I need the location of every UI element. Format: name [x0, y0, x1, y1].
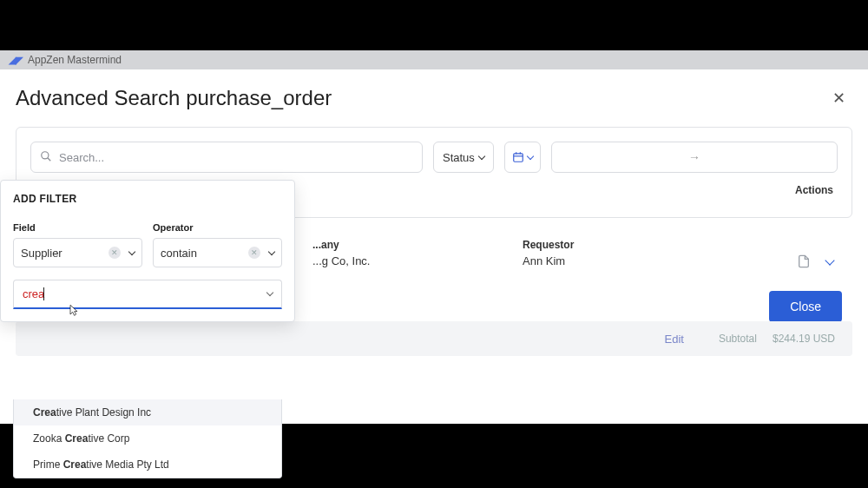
chevron-down-icon	[527, 152, 534, 159]
search-icon	[40, 150, 52, 165]
clear-icon[interactable]: ✕	[248, 247, 260, 259]
status-label: Status	[443, 151, 475, 164]
date-range-box[interactable]: →	[551, 142, 838, 173]
calendar-icon	[512, 151, 524, 163]
document-icon[interactable]	[797, 254, 811, 268]
requestor-label: Requestor	[523, 239, 574, 251]
field-label: Field	[13, 222, 142, 233]
chevron-down-icon[interactable]	[825, 255, 834, 265]
subtotal-label: Subtotal	[719, 333, 757, 345]
close-button[interactable]: Close	[769, 291, 842, 322]
svg-rect-2	[514, 154, 523, 162]
background-row: Edit Subtotal $244.19 USD	[16, 321, 852, 356]
app-topbar: ◢◤ AppZen Mastermind	[0, 50, 868, 69]
value-input[interactable]: crea	[13, 280, 282, 309]
field-select[interactable]: Supplier ✕	[13, 238, 142, 267]
status-dropdown[interactable]: Status	[433, 142, 494, 173]
brand-logo-icon: ◢◤	[9, 55, 23, 66]
operator-value: contain	[161, 247, 197, 260]
modal-title: Advanced Search purchase_order	[16, 86, 332, 110]
add-filter-popover: ADD FILTER Field Supplier ✕ Operator	[0, 180, 295, 322]
search-input[interactable]: Search...	[30, 142, 423, 173]
suggestion-list: Creative Plant Design Inc Zooka Creative…	[13, 399, 282, 478]
brand-name: AppZen Mastermind	[28, 54, 122, 66]
field-value: Supplier	[21, 247, 62, 260]
company-label: ...any	[312, 239, 370, 251]
suggestion-item[interactable]: Creative Plant Design Inc	[14, 399, 281, 425]
subtotal-amount: $244.19 USD	[773, 333, 835, 345]
chevron-down-icon	[128, 247, 135, 254]
chevron-down-icon	[266, 289, 273, 296]
clear-icon[interactable]: ✕	[108, 247, 121, 259]
edit-link[interactable]: Edit	[665, 333, 684, 346]
svg-point-0	[42, 151, 49, 158]
date-picker[interactable]	[504, 142, 541, 173]
suggestion-item[interactable]: Prime Creative Media Pty Ltd	[14, 452, 281, 478]
requestor-value: Ann Kim	[523, 254, 574, 267]
close-icon[interactable]: ✕	[825, 85, 852, 111]
popover-title: ADD FILTER	[13, 193, 282, 205]
operator-select[interactable]: contain ✕	[153, 238, 282, 267]
svg-line-1	[48, 157, 51, 161]
chevron-down-icon	[268, 247, 275, 254]
value-typed: crea	[23, 287, 44, 300]
company-value: ...g Co, Inc.	[312, 254, 370, 267]
suggestion-item[interactable]: Zooka Creative Corp	[14, 425, 281, 452]
arrow-right-icon: →	[688, 150, 700, 164]
actions-column-header: Actions	[795, 184, 833, 196]
operator-label: Operator	[153, 222, 282, 233]
search-placeholder: Search...	[59, 151, 104, 164]
chevron-down-icon	[478, 152, 485, 159]
